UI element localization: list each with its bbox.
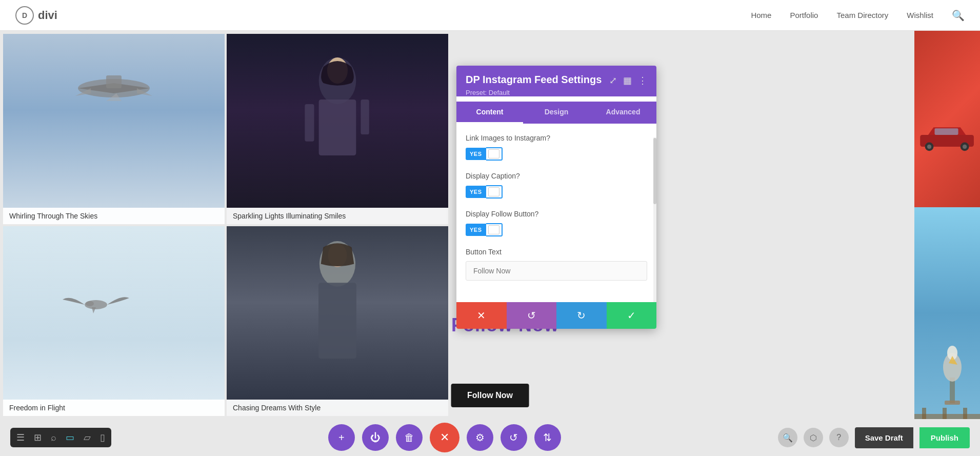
toggle-switch-link[interactable] — [486, 147, 503, 161]
display-follow-label: Display Follow Button? — [466, 210, 647, 218]
photo-label-airplane: Whirling Through The Skies — [3, 208, 225, 224]
link-images-label: Link Images to Instagram? — [466, 134, 647, 142]
tab-content[interactable]: Content — [456, 102, 523, 124]
panel-close-button[interactable]: ✕ — [456, 302, 507, 329]
toggle-switch-caption[interactable] — [486, 185, 503, 199]
search-right-button[interactable]: 🔍 — [778, 428, 797, 447]
link-images-toggle[interactable]: YES — [466, 147, 647, 161]
svg-rect-2 — [106, 75, 122, 88]
svg-point-21 — [963, 145, 967, 149]
main-content: Whirling Through The Skies Sparkling Lig… — [0, 31, 980, 456]
airplane-silhouette — [57, 60, 170, 122]
settings-button[interactable]: ⚙ — [467, 424, 493, 451]
fullscreen-icon[interactable]: ⤢ — [609, 75, 617, 86]
panel-reset-button[interactable]: ↺ — [507, 302, 557, 329]
tablet-icon[interactable]: ▱ — [84, 432, 91, 443]
search-icon[interactable]: 🔍 — [952, 9, 965, 22]
save-draft-button[interactable]: Save Draft — [855, 427, 913, 448]
toggle-knob-link — [488, 149, 499, 158]
bird-silhouette — [60, 282, 132, 323]
layers-button[interactable]: ⬡ — [804, 428, 823, 447]
logo-text: divi — [38, 9, 57, 22]
svg-rect-22 — [935, 129, 958, 135]
dock-silhouette — [914, 404, 980, 419]
svg-point-19 — [927, 145, 931, 149]
svg-rect-30 — [963, 408, 967, 419]
toggle-yes-caption: YES — [466, 186, 486, 198]
history-button[interactable]: ↺ — [501, 424, 527, 451]
photo-item-woman: Sparkling Lights Illuminating Smiles — [227, 34, 448, 224]
panel-confirm-button[interactable]: ✓ — [607, 302, 657, 329]
button-text-input[interactable] — [466, 261, 647, 281]
publish-button[interactable]: Publish — [919, 427, 970, 448]
svg-rect-7 — [319, 100, 356, 155]
panel-redo-button[interactable]: ↻ — [556, 302, 607, 329]
tab-design[interactable]: Design — [523, 102, 590, 124]
photo-grid: Whirling Through The Skies Sparkling Lig… — [0, 31, 451, 419]
panel-tabs: Content Design Advanced — [456, 102, 656, 124]
columns-icon[interactable]: ▦ — [623, 75, 632, 86]
display-follow-toggle[interactable]: YES — [466, 223, 647, 236]
setting-display-caption: Display Caption? YES — [466, 172, 647, 199]
bottom-toolbar: ☰ ⊞ ⌕ ▭ ▱ ▯ + ⏻ 🗑 ✕ ⚙ ↺ ⇅ 🔍 ⬡ ? Save Dra… — [0, 419, 980, 456]
dreamer-silhouette — [289, 235, 386, 359]
setting-link-images: Link Images to Instagram? YES — [466, 134, 647, 161]
toolbar-center: + ⏻ 🗑 ✕ ⚙ ↺ ⇅ — [328, 423, 561, 452]
add-section-button[interactable]: + — [328, 424, 355, 451]
pelican-silhouette — [934, 336, 970, 408]
photo-item-dreamer: Chasing Dreams With Style — [227, 226, 448, 417]
panel-header-icons: ⤢ ▦ ⋮ — [609, 75, 647, 86]
woman-silhouette — [291, 53, 384, 155]
svg-rect-9 — [305, 104, 314, 142]
setting-display-follow: Display Follow Button? YES — [466, 210, 647, 236]
photo-item-airplane: Whirling Through The Skies — [3, 34, 225, 224]
panel-title: DP Instagram Feed Settings — [466, 74, 602, 86]
toggle-yes-follow: YES — [466, 224, 486, 236]
top-navigation: D divi Home Portfolio Team Directory Wis… — [0, 0, 980, 31]
photo-label-dreamer: Chasing Dreams With Style — [227, 400, 448, 416]
panel-body: Link Images to Instagram? YES Display Ca… — [456, 124, 656, 302]
grid-icon[interactable]: ⊞ — [34, 432, 42, 443]
site-logo[interactable]: D divi — [15, 6, 57, 25]
svg-rect-29 — [943, 408, 947, 419]
toggle-knob-follow — [488, 225, 499, 234]
toggle-knob-caption — [488, 187, 499, 196]
nav-portfolio[interactable]: Portfolio — [790, 11, 818, 19]
photo-label-bird: Freedom in Flight — [3, 400, 225, 416]
help-button[interactable]: ? — [829, 428, 849, 447]
right-image-pelican — [914, 207, 980, 419]
tab-advanced[interactable]: Advanced — [590, 102, 656, 124]
toolbar-right: 🔍 ⬡ ? Save Draft Publish — [778, 427, 970, 448]
photo-label-woman: Sparkling Lights Illuminating Smiles — [227, 208, 448, 224]
power-button[interactable]: ⏻ — [362, 424, 389, 451]
panel-scrollbar-thumb — [653, 138, 656, 204]
mobile-icon[interactable]: ▯ — [100, 432, 105, 443]
menu-icon[interactable]: ☰ — [16, 432, 25, 443]
toggle-yes-link: YES — [466, 148, 486, 160]
svg-rect-28 — [922, 408, 926, 419]
display-caption-toggle[interactable]: YES — [466, 185, 647, 199]
nav-wishlist[interactable]: Wishlist — [907, 11, 933, 19]
delete-button[interactable]: 🗑 — [396, 424, 423, 451]
desktop-icon[interactable]: ▭ — [66, 432, 74, 443]
close-center-button[interactable]: ✕ — [430, 423, 459, 452]
panel-actions: ✕ ↺ ↻ ✓ — [456, 302, 656, 329]
search-toolbar-icon[interactable]: ⌕ — [51, 432, 56, 443]
layout-button[interactable]: ⇅ — [534, 424, 561, 451]
svg-rect-14 — [318, 283, 356, 359]
nav-team-directory[interactable]: Team Directory — [836, 11, 888, 19]
panel-scrollbar[interactable] — [653, 137, 656, 302]
panel-preset: Preset: Default — [466, 86, 602, 96]
follow-now-button[interactable]: Follow Now — [451, 384, 529, 407]
svg-rect-10 — [361, 100, 369, 134]
svg-point-12 — [86, 301, 94, 306]
toggle-switch-follow[interactable] — [486, 223, 503, 236]
nav-home[interactable]: Home — [751, 11, 771, 19]
logo-icon: D — [15, 6, 34, 25]
setting-button-text: Button Text — [466, 248, 647, 281]
more-options-icon[interactable]: ⋮ — [638, 75, 647, 86]
display-caption-label: Display Caption? — [466, 172, 647, 180]
toolbar-left: ☰ ⊞ ⌕ ▭ ▱ ▯ — [10, 428, 111, 447]
panel-header: DP Instagram Feed Settings Preset: Defau… — [456, 66, 656, 96]
right-side-images — [914, 31, 980, 419]
